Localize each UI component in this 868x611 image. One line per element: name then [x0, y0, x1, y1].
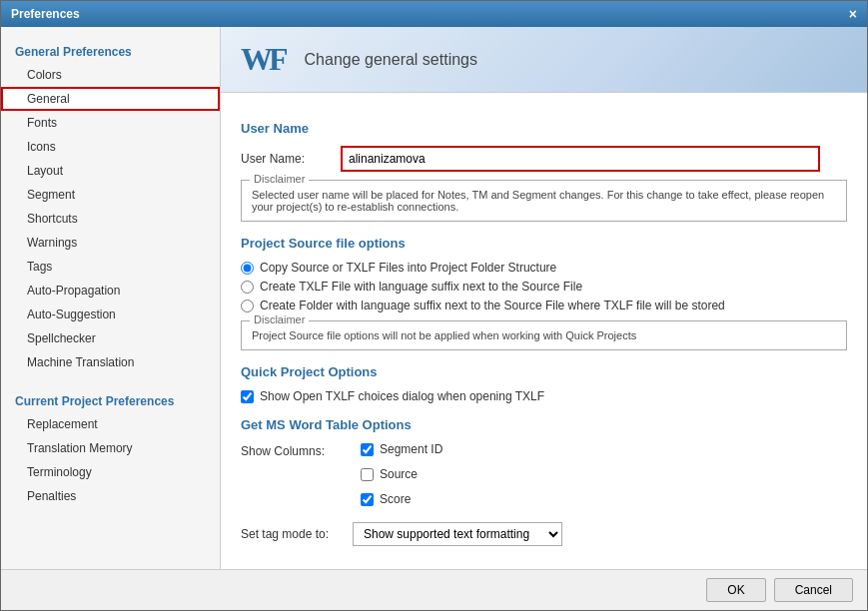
- source-row[interactable]: Source: [361, 467, 442, 481]
- main-content: W F Change general settings User Name Us…: [221, 27, 867, 569]
- sidebar-item-terminology[interactable]: Terminology: [1, 460, 220, 484]
- sidebar-item-tags[interactable]: Tags: [1, 255, 220, 279]
- preferences-dialog: Preferences × General Preferences Colors…: [0, 0, 868, 611]
- radio-create-folder-input[interactable]: [241, 300, 254, 312]
- project-source-disclaimer: Disclaimer Project Source file options w…: [241, 320, 847, 350]
- set-tag-select[interactable]: Show supported text formatting Show all …: [353, 522, 562, 546]
- general-preferences-header: General Preferences: [1, 37, 220, 63]
- wf-logo-icon: W F: [241, 41, 293, 78]
- main-body: User Name User Name: Disclaimer Selected…: [221, 93, 867, 560]
- radio-copy-source[interactable]: Copy Source or TXLF Files into Project F…: [241, 261, 847, 275]
- sidebar-item-fonts[interactable]: Fonts: [1, 111, 220, 135]
- f-letter: F: [269, 41, 289, 78]
- source-label: Source: [380, 467, 418, 481]
- show-open-txlf-row[interactable]: Show Open TXLF choices dialog when openi…: [241, 389, 847, 403]
- project-source-radio-group: Copy Source or TXLF Files into Project F…: [241, 261, 847, 312]
- sidebar-item-replacement[interactable]: Replacement: [1, 412, 220, 436]
- sidebar: General Preferences Colors General Fonts…: [1, 27, 221, 569]
- sidebar-item-segment[interactable]: Segment: [1, 183, 220, 207]
- score-checkbox[interactable]: [361, 493, 374, 506]
- sidebar-item-penalties[interactable]: Penalties: [1, 484, 220, 508]
- radio-create-txlf[interactable]: Create TXLF File with language suffix ne…: [241, 280, 847, 294]
- username-section-title: User Name: [241, 121, 847, 136]
- columns-label: Show Columns:: [241, 442, 341, 458]
- radio-create-folder[interactable]: Create Folder with language suffix next …: [241, 299, 847, 312]
- sidebar-item-translation-memory[interactable]: Translation Memory: [1, 436, 220, 460]
- radio-create-txlf-label: Create TXLF File with language suffix ne…: [260, 280, 582, 294]
- disclaimer-label-username: Disclaimer: [250, 173, 309, 185]
- project-source-section-title: Project Source file options: [241, 236, 847, 251]
- username-disclaimer: Disclaimer Selected user name will be pl…: [241, 180, 847, 222]
- columns-row: Show Columns: Segment ID Source Score: [241, 442, 847, 512]
- segment-id-row[interactable]: Segment ID: [361, 442, 442, 456]
- sidebar-item-warnings[interactable]: Warnings: [1, 231, 220, 255]
- show-open-txlf-label: Show Open TXLF choices dialog when openi…: [260, 389, 544, 403]
- radio-create-txlf-input[interactable]: [241, 281, 254, 294]
- sidebar-item-general[interactable]: General: [1, 87, 220, 111]
- project-source-disclaimer-text: Project Source file options will not be …: [252, 329, 636, 341]
- score-label: Score: [380, 492, 411, 506]
- ok-button[interactable]: OK: [706, 578, 765, 602]
- username-label: User Name:: [241, 152, 341, 166]
- score-row[interactable]: Score: [361, 492, 442, 506]
- title-bar: Preferences ×: [1, 1, 867, 27]
- main-header-title: Change general settings: [305, 51, 477, 69]
- dialog-body: General Preferences Colors General Fonts…: [1, 27, 867, 569]
- set-tag-row: Set tag mode to: Show supported text for…: [241, 522, 847, 546]
- sidebar-item-icons[interactable]: Icons: [1, 135, 220, 159]
- columns-checks: Segment ID Source Score: [361, 442, 442, 512]
- cancel-button[interactable]: Cancel: [774, 578, 853, 602]
- disclaimer-label-project: Disclaimer: [250, 313, 309, 325]
- sidebar-item-machine-translation[interactable]: Machine Translation: [1, 350, 220, 374]
- radio-copy-source-input[interactable]: [241, 262, 254, 275]
- segment-id-checkbox[interactable]: [361, 443, 374, 456]
- username-input[interactable]: [341, 146, 820, 172]
- dialog-footer: OK Cancel: [1, 569, 867, 610]
- sidebar-item-auto-propagation[interactable]: Auto-Propagation: [1, 279, 220, 303]
- username-field-row: User Name:: [241, 146, 847, 172]
- radio-copy-source-label: Copy Source or TXLF Files into Project F…: [260, 261, 556, 275]
- dialog-title: Preferences: [11, 7, 80, 21]
- quick-project-section-title: Quick Project Options: [241, 364, 847, 379]
- sidebar-item-spellchecker[interactable]: Spellchecker: [1, 326, 220, 350]
- segment-id-label: Segment ID: [380, 442, 442, 456]
- source-checkbox[interactable]: [361, 468, 374, 481]
- radio-create-folder-label: Create Folder with language suffix next …: [260, 299, 725, 312]
- username-disclaimer-text: Selected user name will be placed for No…: [252, 189, 824, 213]
- main-header: W F Change general settings: [221, 27, 867, 93]
- sidebar-item-auto-suggestion[interactable]: Auto-Suggestion: [1, 303, 220, 326]
- sidebar-item-shortcuts[interactable]: Shortcuts: [1, 207, 220, 231]
- sidebar-item-layout[interactable]: Layout: [1, 159, 220, 183]
- close-button[interactable]: ×: [849, 7, 857, 21]
- ms-word-section-title: Get MS Word Table Options: [241, 417, 847, 432]
- set-tag-label: Set tag mode to:: [241, 527, 341, 541]
- show-open-txlf-checkbox[interactable]: [241, 390, 254, 403]
- current-project-preferences-header: Current Project Preferences: [1, 386, 220, 412]
- sidebar-item-colors[interactable]: Colors: [1, 63, 220, 87]
